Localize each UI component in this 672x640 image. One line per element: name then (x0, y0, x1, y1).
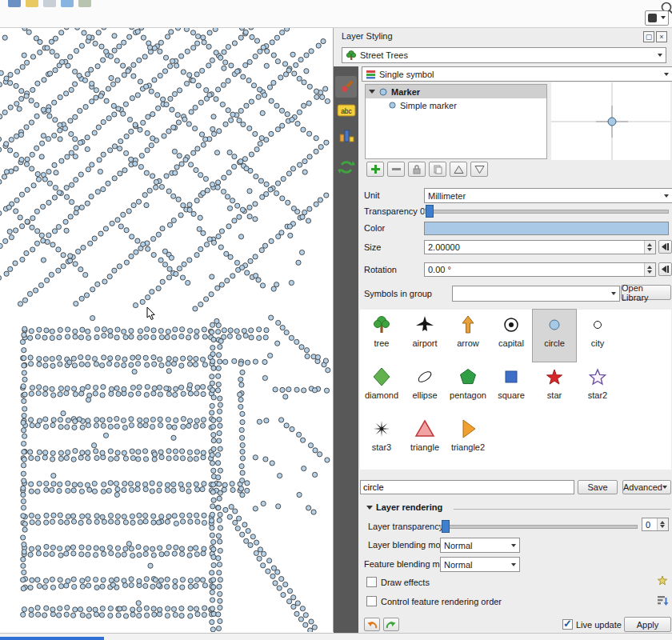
control-rendering-order-label: Control feature rendering order (381, 597, 502, 606)
symbol-layer-tree: Marker Simple marker (365, 84, 547, 159)
feature-blending-combobox[interactable]: Normal (440, 557, 520, 572)
labels-tab[interactable]: abc (335, 100, 357, 122)
symbol-circle[interactable]: circle (533, 310, 576, 362)
slider-groove (440, 525, 638, 529)
history-tab[interactable] (335, 156, 357, 178)
data-defined-icon (661, 242, 670, 251)
toolbar-icon-1[interactable] (8, 0, 21, 7)
top-toolbar (0, 0, 672, 28)
marker-symbol-icon (378, 87, 388, 97)
advanced-button[interactable]: Advanced (622, 480, 671, 494)
symbol-pentagon[interactable]: pentagon (446, 362, 490, 414)
save-label: Save (587, 482, 607, 492)
spinner-arrows[interactable] (644, 263, 655, 276)
toolbar-icon-2[interactable] (26, 0, 38, 7)
open-library-button[interactable]: Open Library (621, 285, 671, 300)
symbol-capital[interactable]: capital (490, 310, 533, 362)
remove-symbol-layer-button[interactable] (387, 162, 405, 177)
symbol-ellipse[interactable]: ellipse (403, 362, 446, 414)
color-swatch[interactable] (424, 222, 669, 235)
spinner-arrows[interactable] (644, 241, 655, 254)
size-spinbox[interactable]: 2.00000 (424, 240, 656, 254)
rotation-data-defined-button[interactable] (658, 262, 672, 276)
renderer-value: Single symbol (379, 70, 434, 79)
close-panel-icon[interactable]: × (656, 31, 667, 42)
symbol-diamond[interactable]: diamond (360, 362, 403, 414)
symbols-group-combobox[interactable] (452, 286, 620, 302)
rotation-value: 0.00 ° (428, 265, 451, 274)
redo-button[interactable] (383, 618, 399, 631)
chevron-down-icon (658, 54, 662, 57)
symbol-square[interactable]: square (490, 362, 533, 414)
chevron-down-icon (511, 563, 516, 566)
move-up-button[interactable] (450, 162, 467, 177)
effects-star-icon[interactable] (657, 575, 669, 586)
map-canvas[interactable] (0, 28, 334, 632)
lock-color-button[interactable] (408, 162, 426, 177)
symbology-tab[interactable] (335, 76, 357, 98)
undo-button[interactable] (364, 618, 380, 631)
unit-combobox[interactable]: Millimeter (424, 188, 672, 203)
sort-order-icon[interactable] (657, 595, 669, 606)
transparency-slider[interactable] (424, 205, 669, 217)
tree-icon (346, 50, 357, 61)
draw-effects-checkbox[interactable] (366, 577, 377, 587)
symbol-star3[interactable]: star3 (360, 414, 403, 466)
plus-icon (370, 164, 381, 174)
symbol-tree-simple-marker-label: Simple marker (400, 101, 457, 110)
apply-button[interactable]: Apply (624, 617, 671, 632)
symbol-triangle2[interactable]: triangle2 (446, 414, 490, 466)
move-down-button[interactable] (470, 162, 488, 177)
control-rendering-order-checkbox[interactable] (366, 596, 377, 606)
toolbar-icon-4[interactable] (61, 0, 74, 7)
paintbrush-icon (338, 78, 355, 96)
panel-title: Layer Styling (342, 31, 393, 41)
chevron-down-icon (661, 16, 666, 19)
panel-tabstrip: abc (334, 66, 358, 633)
slider-handle[interactable] (442, 520, 450, 533)
size-data-defined-button[interactable] (658, 240, 672, 254)
advanced-label: Advanced (623, 482, 662, 492)
symbol-tree-marker-label: Marker (391, 87, 420, 97)
save-button[interactable]: Save (578, 480, 618, 494)
symbol-star2[interactable]: star2 (576, 362, 619, 414)
symbol-tree-marker-row[interactable]: Marker (366, 85, 546, 98)
history-arrows-icon (338, 158, 355, 176)
rotation-spinbox[interactable]: 0.00 ° (424, 262, 656, 277)
live-update-checkbox[interactable] (562, 619, 573, 630)
symbol-star[interactable]: star (533, 362, 576, 414)
feature-blending-value: Normal (444, 560, 472, 570)
expander-icon[interactable] (369, 90, 375, 94)
unit-value: Millimeter (428, 191, 466, 201)
toolbar-icon-3[interactable] (43, 0, 56, 7)
svg-text:abc: abc (341, 107, 352, 115)
add-symbol-layer-button[interactable] (366, 162, 384, 177)
symbol-layer-buttons (366, 162, 488, 177)
spinner-arrows[interactable] (657, 518, 668, 530)
symbol-triangle[interactable]: triangle (403, 414, 446, 466)
layer-transparency-spinbox[interactable]: 0 (642, 518, 669, 531)
duplicate-symbol-layer-button[interactable] (429, 162, 446, 177)
diagrams-tab[interactable] (335, 124, 357, 146)
symbol-name-input[interactable] (360, 480, 574, 494)
layer-rendering-expander-icon[interactable] (366, 506, 373, 510)
layer-selector[interactable]: Street Trees (342, 47, 666, 63)
chevron-down-icon (664, 73, 669, 76)
symbol-city[interactable]: city (576, 310, 619, 362)
symbol-airport[interactable]: airport (403, 310, 446, 362)
triangle-down-icon (474, 165, 485, 174)
float-panel-icon[interactable]: ▢ (643, 31, 654, 42)
locator-combobox[interactable] (645, 10, 669, 26)
toolbar-icon-5[interactable] (78, 0, 91, 7)
symbol-arrow[interactable]: arrow (446, 310, 490, 362)
color-label: Color (364, 223, 385, 233)
symbol-tree[interactable]: tree (360, 310, 403, 362)
layer-blending-combobox[interactable]: Normal (440, 538, 520, 553)
symbol-tree-simple-marker-row[interactable]: Simple marker (366, 98, 546, 112)
layer-rendering-title: Layer rendering (376, 502, 442, 512)
layer-transparency-slider[interactable] (440, 520, 638, 532)
slider-handle[interactable] (426, 205, 434, 218)
status-progress-bar (0, 637, 104, 640)
open-library-label: Open Library (622, 283, 670, 302)
renderer-selector[interactable]: Single symbol (362, 66, 672, 82)
